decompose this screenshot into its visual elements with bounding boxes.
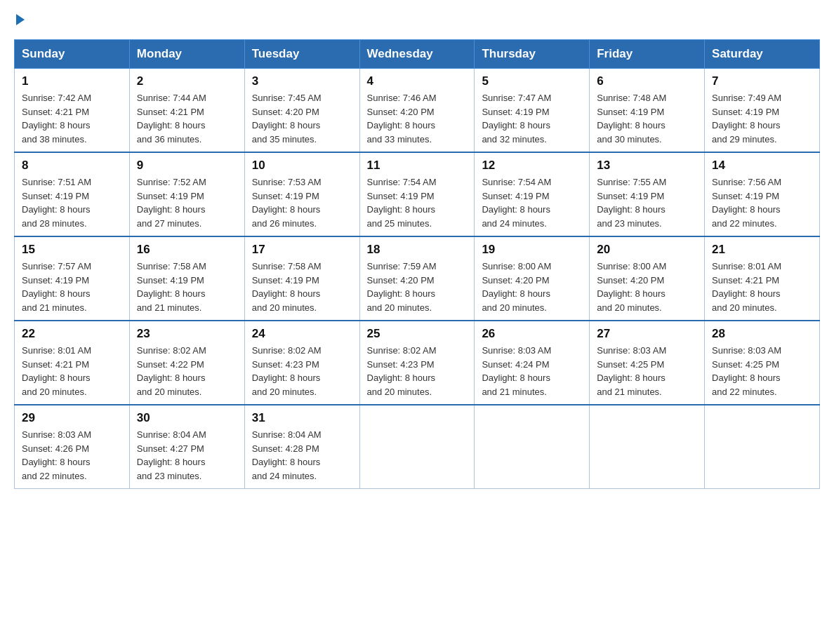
day-number: 1 xyxy=(22,74,122,88)
day-info: Sunrise: 7:56 AM Sunset: 4:19 PM Dayligh… xyxy=(712,175,812,230)
calendar-cell-week3-day2: 16Sunrise: 7:58 AM Sunset: 4:19 PM Dayli… xyxy=(129,236,244,321)
day-info: Sunrise: 7:55 AM Sunset: 4:19 PM Dayligh… xyxy=(597,175,697,230)
calendar-cell-week5-day3: 31Sunrise: 8:04 AM Sunset: 4:28 PM Dayli… xyxy=(244,405,359,489)
day-info: Sunrise: 8:01 AM Sunset: 4:21 PM Dayligh… xyxy=(22,344,122,398)
day-info: Sunrise: 7:58 AM Sunset: 4:19 PM Dayligh… xyxy=(252,260,352,314)
day-info: Sunrise: 7:59 AM Sunset: 4:20 PM Dayligh… xyxy=(367,260,468,314)
calendar-cell-week2-day2: 9Sunrise: 7:52 AM Sunset: 4:19 PM Daylig… xyxy=(129,152,244,236)
calendar-cell-week4-day2: 23Sunrise: 8:02 AM Sunset: 4:22 PM Dayli… xyxy=(129,321,244,405)
day-info: Sunrise: 7:49 AM Sunset: 4:19 PM Dayligh… xyxy=(712,91,812,146)
day-info: Sunrise: 7:57 AM Sunset: 4:19 PM Dayligh… xyxy=(22,260,122,314)
day-info: Sunrise: 8:03 AM Sunset: 4:26 PM Dayligh… xyxy=(22,428,122,483)
logo-arrow-icon xyxy=(16,14,25,25)
day-info: Sunrise: 8:01 AM Sunset: 4:21 PM Dayligh… xyxy=(712,260,812,314)
day-number: 19 xyxy=(482,243,582,257)
day-number: 22 xyxy=(22,327,122,341)
day-number: 15 xyxy=(22,243,122,257)
day-number: 6 xyxy=(597,74,697,88)
calendar-cell-week2-day3: 10Sunrise: 7:53 AM Sunset: 4:19 PM Dayli… xyxy=(244,152,359,236)
day-info: Sunrise: 8:02 AM Sunset: 4:23 PM Dayligh… xyxy=(367,344,468,398)
day-number: 4 xyxy=(367,74,468,88)
calendar-cell-week1-day5: 5Sunrise: 7:47 AM Sunset: 4:19 PM Daylig… xyxy=(475,69,590,153)
day-info: Sunrise: 7:53 AM Sunset: 4:19 PM Dayligh… xyxy=(252,175,352,230)
header-wednesday: Wednesday xyxy=(359,40,475,69)
day-info: Sunrise: 8:03 AM Sunset: 4:25 PM Dayligh… xyxy=(597,344,697,398)
calendar-cell-week2-day7: 14Sunrise: 7:56 AM Sunset: 4:19 PM Dayli… xyxy=(705,152,820,236)
day-info: Sunrise: 8:00 AM Sunset: 4:20 PM Dayligh… xyxy=(482,260,582,314)
day-number: 21 xyxy=(712,243,812,257)
calendar-cell-week5-day4 xyxy=(359,405,475,489)
calendar-cell-week4-day7: 28Sunrise: 8:03 AM Sunset: 4:25 PM Dayli… xyxy=(705,321,820,405)
header-tuesday: Tuesday xyxy=(244,40,359,69)
calendar-cell-week3-day5: 19Sunrise: 8:00 AM Sunset: 4:20 PM Dayli… xyxy=(475,236,590,321)
calendar-cell-week1-day1: 1Sunrise: 7:42 AM Sunset: 4:21 PM Daylig… xyxy=(15,69,130,153)
day-info: Sunrise: 8:03 AM Sunset: 4:25 PM Dayligh… xyxy=(712,344,812,398)
calendar-cell-week5-day7 xyxy=(705,405,820,489)
day-info: Sunrise: 7:42 AM Sunset: 4:21 PM Dayligh… xyxy=(22,91,122,146)
calendar-cell-week3-day3: 17Sunrise: 7:58 AM Sunset: 4:19 PM Dayli… xyxy=(244,236,359,321)
calendar-cell-week5-day2: 30Sunrise: 8:04 AM Sunset: 4:27 PM Dayli… xyxy=(129,405,244,489)
header xyxy=(14,14,820,25)
calendar-cell-week4-day6: 27Sunrise: 8:03 AM Sunset: 4:25 PM Dayli… xyxy=(590,321,705,405)
day-number: 11 xyxy=(367,159,468,173)
calendar-cell-week3-day6: 20Sunrise: 8:00 AM Sunset: 4:20 PM Dayli… xyxy=(590,236,705,321)
day-number: 12 xyxy=(482,159,582,173)
day-info: Sunrise: 7:44 AM Sunset: 4:21 PM Dayligh… xyxy=(137,91,237,146)
calendar-week-row-3: 15Sunrise: 7:57 AM Sunset: 4:19 PM Dayli… xyxy=(15,236,820,321)
calendar-cell-week5-day5 xyxy=(475,405,590,489)
day-info: Sunrise: 7:51 AM Sunset: 4:19 PM Dayligh… xyxy=(22,175,122,230)
day-number: 2 xyxy=(137,74,237,88)
day-number: 17 xyxy=(252,243,352,257)
day-number: 28 xyxy=(712,327,812,341)
calendar-cell-week3-day4: 18Sunrise: 7:59 AM Sunset: 4:20 PM Dayli… xyxy=(359,236,475,321)
day-info: Sunrise: 7:54 AM Sunset: 4:19 PM Dayligh… xyxy=(482,175,582,230)
day-info: Sunrise: 8:00 AM Sunset: 4:20 PM Dayligh… xyxy=(597,260,697,314)
logo xyxy=(14,14,25,25)
calendar-cell-week2-day1: 8Sunrise: 7:51 AM Sunset: 4:19 PM Daylig… xyxy=(15,152,130,236)
header-saturday: Saturday xyxy=(705,40,820,69)
day-info: Sunrise: 7:52 AM Sunset: 4:19 PM Dayligh… xyxy=(137,175,237,230)
day-number: 9 xyxy=(137,159,237,173)
day-number: 14 xyxy=(712,159,812,173)
day-info: Sunrise: 7:58 AM Sunset: 4:19 PM Dayligh… xyxy=(137,260,237,314)
calendar-cell-week4-day3: 24Sunrise: 8:02 AM Sunset: 4:23 PM Dayli… xyxy=(244,321,359,405)
day-info: Sunrise: 8:02 AM Sunset: 4:23 PM Dayligh… xyxy=(252,344,352,398)
day-number: 10 xyxy=(252,159,352,173)
day-info: Sunrise: 7:47 AM Sunset: 4:19 PM Dayligh… xyxy=(482,91,582,146)
day-number: 5 xyxy=(482,74,582,88)
header-thursday: Thursday xyxy=(475,40,590,69)
calendar-cell-week1-day3: 3Sunrise: 7:45 AM Sunset: 4:20 PM Daylig… xyxy=(244,69,359,153)
day-number: 29 xyxy=(22,411,122,425)
header-sunday: Sunday xyxy=(15,40,130,69)
day-info: Sunrise: 7:45 AM Sunset: 4:20 PM Dayligh… xyxy=(252,91,352,146)
day-number: 20 xyxy=(597,243,697,257)
calendar-week-row-2: 8Sunrise: 7:51 AM Sunset: 4:19 PM Daylig… xyxy=(15,152,820,236)
header-monday: Monday xyxy=(129,40,244,69)
calendar-cell-week4-day1: 22Sunrise: 8:01 AM Sunset: 4:21 PM Dayli… xyxy=(15,321,130,405)
calendar-cell-week3-day7: 21Sunrise: 8:01 AM Sunset: 4:21 PM Dayli… xyxy=(705,236,820,321)
calendar-cell-week2-day5: 12Sunrise: 7:54 AM Sunset: 4:19 PM Dayli… xyxy=(475,152,590,236)
day-info: Sunrise: 8:02 AM Sunset: 4:22 PM Dayligh… xyxy=(137,344,237,398)
day-number: 30 xyxy=(137,411,237,425)
calendar-cell-week5-day1: 29Sunrise: 8:03 AM Sunset: 4:26 PM Dayli… xyxy=(15,405,130,489)
calendar-cell-week2-day6: 13Sunrise: 7:55 AM Sunset: 4:19 PM Dayli… xyxy=(590,152,705,236)
day-number: 25 xyxy=(367,327,468,341)
day-number: 7 xyxy=(712,74,812,88)
calendar-header-row: Sunday Monday Tuesday Wednesday Thursday… xyxy=(15,40,820,69)
logo-blue-text xyxy=(14,14,25,25)
day-info: Sunrise: 8:04 AM Sunset: 4:27 PM Dayligh… xyxy=(137,428,237,483)
calendar-cell-week5-day6 xyxy=(590,405,705,489)
calendar-week-row-5: 29Sunrise: 8:03 AM Sunset: 4:26 PM Dayli… xyxy=(15,405,820,489)
day-number: 27 xyxy=(597,327,697,341)
day-info: Sunrise: 7:54 AM Sunset: 4:19 PM Dayligh… xyxy=(367,175,468,230)
day-info: Sunrise: 8:04 AM Sunset: 4:28 PM Dayligh… xyxy=(252,428,352,483)
header-friday: Friday xyxy=(590,40,705,69)
day-number: 16 xyxy=(137,243,237,257)
day-number: 3 xyxy=(252,74,352,88)
calendar-cell-week2-day4: 11Sunrise: 7:54 AM Sunset: 4:19 PM Dayli… xyxy=(359,152,475,236)
calendar-cell-week1-day6: 6Sunrise: 7:48 AM Sunset: 4:19 PM Daylig… xyxy=(590,69,705,153)
day-number: 8 xyxy=(22,159,122,173)
calendar-week-row-1: 1Sunrise: 7:42 AM Sunset: 4:21 PM Daylig… xyxy=(15,69,820,153)
day-info: Sunrise: 8:03 AM Sunset: 4:24 PM Dayligh… xyxy=(482,344,582,398)
calendar-cell-week4-day5: 26Sunrise: 8:03 AM Sunset: 4:24 PM Dayli… xyxy=(475,321,590,405)
